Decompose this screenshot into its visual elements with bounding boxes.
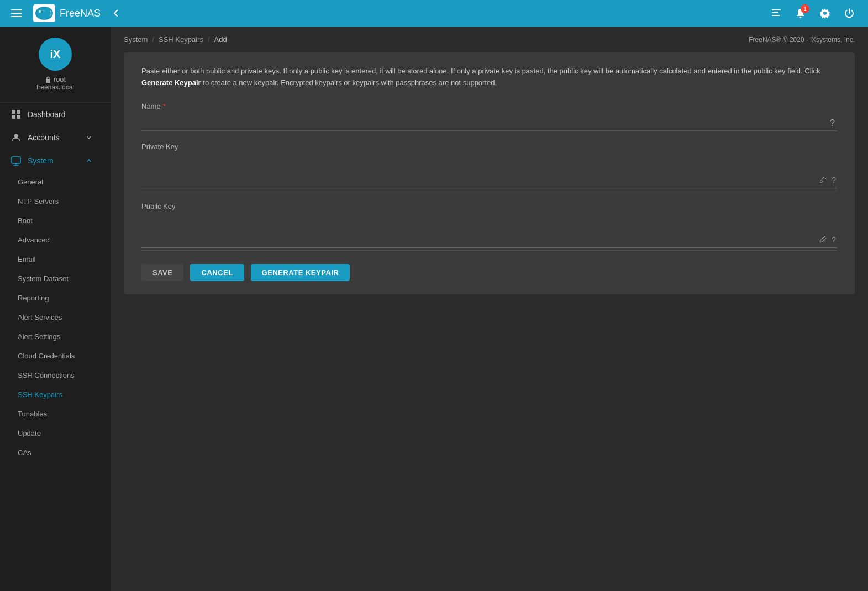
sidebar-subitem-alert-services[interactable]: Alert Services xyxy=(0,308,111,327)
svg-point-16 xyxy=(14,134,18,138)
lock-icon xyxy=(45,76,51,83)
sidebar-subitem-label: Update xyxy=(18,429,41,437)
layout: iX root freenas.local Dashboard xyxy=(0,0,868,591)
sidebar-subitem-cloud-credentials[interactable]: Cloud Credentials xyxy=(0,346,111,366)
sidebar-subitem-label: NTP Servers xyxy=(18,197,59,205)
svg-rect-13 xyxy=(17,110,20,114)
sidebar-item-label: System xyxy=(28,156,54,165)
form-description: Paste either or both public and private … xyxy=(141,66,837,89)
form-card: Paste either or both public and private … xyxy=(124,52,855,294)
private-key-edit-button[interactable] xyxy=(818,175,828,186)
sidebar-subitem-system-dataset[interactable]: System Dataset xyxy=(0,269,111,288)
name-input[interactable] xyxy=(141,115,828,128)
breadcrumb-ssh-keypairs[interactable]: SSH Keypairs xyxy=(159,35,203,44)
sidebar-item-accounts[interactable]: Accounts xyxy=(0,126,111,149)
generate-keypair-link-text: Generate Keypair xyxy=(141,78,201,87)
accounts-icon xyxy=(11,133,21,143)
svg-rect-15 xyxy=(17,115,20,119)
sidebar-subitem-label: SSH Connections xyxy=(18,371,75,379)
breadcrumb-system[interactable]: System xyxy=(124,35,148,44)
settings-button[interactable] xyxy=(815,3,835,23)
private-key-form-group: Private Key ? xyxy=(141,143,837,191)
cancel-button[interactable]: CANCEL xyxy=(190,264,244,281)
sidebar-collapse-button[interactable] xyxy=(109,7,123,20)
sidebar-subitem-alert-settings[interactable]: Alert Settings xyxy=(0,327,111,346)
sidebar-subitem-label: Advanced xyxy=(18,236,50,244)
public-key-wrapper: ? xyxy=(141,215,837,250)
logo-text: FreeNAS xyxy=(60,8,101,19)
sidebar-subitem-general[interactable]: General xyxy=(0,172,111,192)
save-button[interactable]: SAVE xyxy=(141,264,183,281)
svg-rect-7 xyxy=(772,15,780,16)
breadcrumb-sep-1: / xyxy=(152,35,154,44)
svg-rect-2 xyxy=(11,16,22,17)
sidebar-subitem-label: Cloud Credentials xyxy=(18,352,75,360)
private-key-actions: ? xyxy=(818,175,837,186)
private-key-textarea[interactable] xyxy=(141,155,837,188)
sidebar-subitem-label: Alert Settings xyxy=(18,333,60,341)
hostname: freenas.local xyxy=(36,83,74,91)
sidebar-subitem-email[interactable]: Email xyxy=(0,250,111,269)
topbar: FreeNAS 1 xyxy=(0,0,868,27)
sidebar-subitem-reporting[interactable]: Reporting xyxy=(0,288,111,308)
avatar-text: iX xyxy=(50,48,61,61)
sidebar-subitem-label: SSH Keypairs xyxy=(18,391,62,399)
power-button[interactable] xyxy=(839,3,859,23)
sidebar-subitem-advanced[interactable]: Advanced xyxy=(0,230,111,250)
name-form-group: Name * ? xyxy=(141,102,837,131)
form-actions: SAVE CANCEL GENERATE KEYPAIR xyxy=(141,264,837,281)
private-key-help-button[interactable]: ? xyxy=(830,175,837,186)
breadcrumb-add: Add xyxy=(214,35,227,44)
sidebar-subitem-boot[interactable]: Boot xyxy=(0,211,111,230)
sidebar-item-label: Dashboard xyxy=(28,110,66,119)
svg-rect-6 xyxy=(772,12,778,13)
svg-point-8 xyxy=(800,17,802,18)
public-key-form-group: Public Key ? xyxy=(141,202,837,251)
sidebar-subitem-cas[interactable]: CAs xyxy=(0,443,111,462)
name-label: Name * xyxy=(141,102,837,110)
required-star: * xyxy=(163,102,166,110)
svg-rect-14 xyxy=(12,115,15,119)
notification-badge: 1 xyxy=(801,4,809,13)
public-key-edit-button[interactable] xyxy=(818,234,828,246)
notifications-button[interactable]: 1 xyxy=(791,3,811,23)
sidebar: iX root freenas.local Dashboard xyxy=(0,27,111,591)
logo: FreeNAS xyxy=(33,4,101,22)
svg-rect-11 xyxy=(46,79,50,83)
svg-rect-1 xyxy=(11,13,22,14)
sidebar-subitem-tunables[interactable]: Tunables xyxy=(0,404,111,424)
sidebar-subitem-ssh-connections[interactable]: SSH Connections xyxy=(0,366,111,385)
sidebar-subitem-label: CAs xyxy=(18,448,31,457)
copyright: FreeNAS® © 2020 - iXsystems, Inc. xyxy=(749,36,855,44)
svg-rect-12 xyxy=(12,110,15,114)
breadcrumb: System / SSH Keypairs / Add FreeNAS® © 2… xyxy=(111,27,868,52)
sidebar-subitem-label: Tunables xyxy=(18,410,47,418)
sidebar-subitem-ntp-servers[interactable]: NTP Servers xyxy=(0,192,111,211)
logo-icon xyxy=(33,4,55,22)
sidebar-subitem-label: System Dataset xyxy=(18,275,69,283)
main-content: System / SSH Keypairs / Add FreeNAS® © 2… xyxy=(111,27,868,591)
sidebar-subitem-label: General xyxy=(18,178,43,186)
topbar-left: FreeNAS xyxy=(9,4,123,22)
sidebar-subitem-label: Boot xyxy=(18,217,33,225)
username: root xyxy=(54,75,66,83)
sidebar-subitem-update[interactable]: Update xyxy=(0,424,111,443)
tasks-button[interactable] xyxy=(766,3,786,23)
public-key-textarea[interactable] xyxy=(141,215,837,248)
hamburger-menu-button[interactable] xyxy=(9,6,24,21)
private-key-wrapper: ? xyxy=(141,155,837,191)
user-lock-row: root xyxy=(45,75,66,83)
svg-rect-0 xyxy=(11,9,22,10)
svg-rect-17 xyxy=(12,157,20,163)
generate-keypair-button[interactable]: GENERATE KEYPAIR xyxy=(251,264,350,281)
topbar-right: 1 xyxy=(766,3,859,23)
name-help-icon[interactable]: ? xyxy=(828,118,837,128)
sidebar-item-dashboard[interactable]: Dashboard xyxy=(0,103,111,126)
private-key-label: Private Key xyxy=(141,143,837,151)
sidebar-subitem-label: Email xyxy=(18,255,36,263)
sidebar-item-system[interactable]: System xyxy=(0,149,111,172)
sidebar-item-label: Accounts xyxy=(28,133,60,142)
public-key-help-button[interactable]: ? xyxy=(830,234,837,245)
sidebar-subitem-ssh-keypairs[interactable]: SSH Keypairs xyxy=(0,385,111,404)
expand-arrow-icon xyxy=(85,134,93,141)
